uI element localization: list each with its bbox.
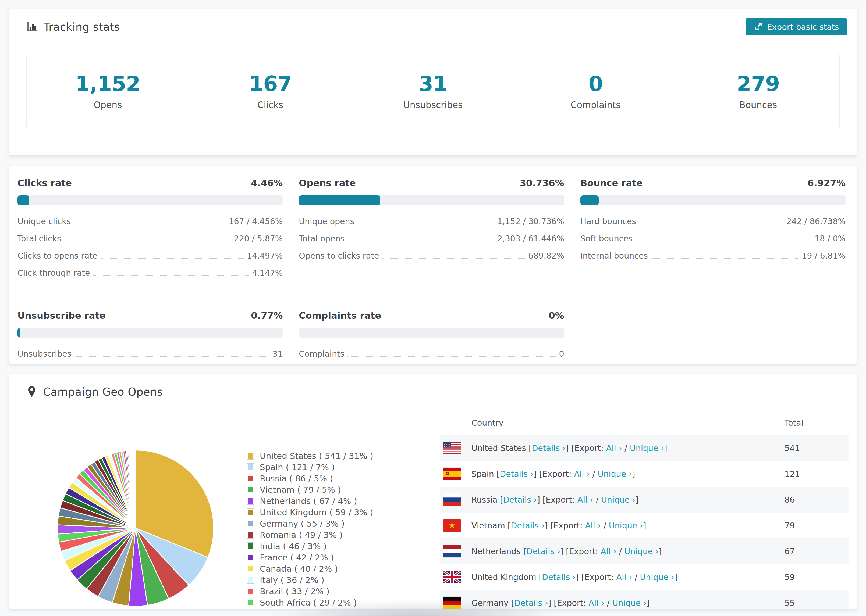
rate-detail-label: Opens to clicks rate xyxy=(299,251,379,261)
geo-opens-header: Campaign Geo Opens xyxy=(9,374,857,410)
export-unique-link[interactable]: Unique › xyxy=(624,547,658,556)
legend-label: Canada ( 40 / 2% ) xyxy=(260,564,338,574)
details-link[interactable]: Details › xyxy=(503,495,537,504)
legend-item[interactable]: Spain ( 121 / 7% ) xyxy=(247,462,373,473)
rate-progress-bar xyxy=(580,195,846,205)
bracket: ] xyxy=(674,572,677,582)
slash: / xyxy=(632,572,640,582)
legend-item[interactable]: United Kingdom ( 59 / 3% ) xyxy=(247,507,373,518)
legend-item[interactable]: Germany ( 55 / 3% ) xyxy=(247,518,373,529)
rate-progress-bar xyxy=(17,328,283,338)
legend-item[interactable]: Russia ( 86 / 5% ) xyxy=(247,473,373,484)
export-all-link[interactable]: All › xyxy=(606,443,622,453)
export-unique-link[interactable]: Unique › xyxy=(612,598,646,608)
rate-detail-row: Clicks to opens rate 14.497% xyxy=(17,251,283,261)
rate-detail-value: 19 / 6.81% xyxy=(802,251,846,261)
export-all-link[interactable]: All › xyxy=(589,598,605,608)
rate-progress-fill xyxy=(580,195,599,205)
rate-progress-bar xyxy=(299,328,564,338)
legend-swatch xyxy=(247,554,254,561)
stat-unsubscribes: 31 Unsubscribes xyxy=(352,54,515,128)
geo-opens-pie-chart[interactable] xyxy=(55,448,216,609)
geo-opens-body: United States ( 541 / 31% ) Spain ( 121 … xyxy=(9,410,857,609)
export-unique-link[interactable]: Unique › xyxy=(640,572,674,582)
legend-item[interactable]: Vietnam ( 79 / 5% ) xyxy=(247,484,373,495)
dashboard-page: Tracking stats Export basic stats 1,152 … xyxy=(0,0,866,616)
legend-item[interactable]: Canada ( 40 / 2% ) xyxy=(247,563,373,574)
legend-item[interactable]: Italy ( 36 / 2% ) xyxy=(247,574,373,586)
rate-progress-bar xyxy=(17,195,283,205)
legend-swatch xyxy=(247,565,254,572)
export-basic-stats-button[interactable]: Export basic stats xyxy=(746,18,847,36)
dotted-leader xyxy=(382,258,525,259)
bracket: [ xyxy=(539,572,542,582)
geo-opens-card: Campaign Geo Opens United States ( 541 /… xyxy=(9,374,857,609)
export-label: Export: xyxy=(585,572,616,582)
legend-swatch xyxy=(247,577,254,583)
rate-title: Bounce rate xyxy=(580,178,643,189)
bracket: [ xyxy=(511,598,514,608)
rate-detail-value: 242 / 86.738% xyxy=(786,217,846,226)
legend-label: Brazil ( 33 / 2% ) xyxy=(260,586,329,596)
details-link[interactable]: Details › xyxy=(542,572,576,582)
rate-detail-label: Hard bounces xyxy=(580,217,636,226)
rate-detail-label: Unique clicks xyxy=(17,217,71,226)
country-name: Germany xyxy=(471,598,511,608)
legend-item[interactable]: Netherlands ( 67 / 4% ) xyxy=(247,495,373,507)
legend-swatch xyxy=(247,486,254,493)
legend-label: Russia ( 86 / 5% ) xyxy=(260,473,333,483)
legend-label: France ( 42 / 2% ) xyxy=(260,553,334,562)
export-unique-link[interactable]: Unique › xyxy=(630,443,664,453)
export-all-link[interactable]: All › xyxy=(616,572,632,582)
legend-item[interactable]: South Africa ( 29 / 2% ) xyxy=(247,597,373,608)
legend-swatch xyxy=(247,498,254,504)
legend-swatch xyxy=(247,543,254,550)
export-all-link[interactable]: All › xyxy=(585,521,601,530)
rate-value: 0% xyxy=(549,310,564,321)
stat-label: Clicks xyxy=(257,100,283,110)
bracket: [ xyxy=(523,547,526,556)
legend-item[interactable]: United States ( 541 / 31% ) xyxy=(247,450,373,462)
details-link[interactable]: Details › xyxy=(532,443,565,453)
rate-progress-bar xyxy=(299,195,564,205)
rate-detail-label: Total clicks xyxy=(17,234,61,243)
rate-detail-row: Unsubscribes 31 xyxy=(17,349,283,359)
stat-complaints: 0 Complaints xyxy=(515,54,677,128)
dotted-leader xyxy=(74,224,225,224)
rate-detail-row: Total clicks 220 / 5.87% xyxy=(17,234,283,244)
export-all-link[interactable]: All › xyxy=(601,547,617,556)
rate-block-complaints-rate: Complaints rate 0% Complaints 0 xyxy=(299,310,564,366)
export-unique-link[interactable]: Unique › xyxy=(598,469,632,479)
rate-detail-value: 220 / 5.87% xyxy=(234,234,283,243)
legend-item[interactable]: India ( 46 / 3% ) xyxy=(247,541,373,552)
total-value: 541 xyxy=(784,443,800,453)
legend-item[interactable]: France ( 42 / 2% ) xyxy=(247,552,373,563)
details-link[interactable]: Details › xyxy=(511,521,545,530)
legend-item[interactable]: Brazil ( 33 / 2% ) xyxy=(247,586,373,597)
rate-value: 0.77% xyxy=(251,310,283,321)
details-link[interactable]: Details › xyxy=(514,598,548,608)
export-all-link[interactable]: All › xyxy=(578,495,593,504)
export-all-link[interactable]: All › xyxy=(574,469,590,479)
legend-swatch xyxy=(247,475,254,482)
country-name: Netherlands xyxy=(471,547,523,556)
export-unique-link[interactable]: Unique › xyxy=(609,521,643,530)
slash: / xyxy=(590,469,598,479)
rate-detail-row: Soft bounces 18 / 0% xyxy=(580,234,846,244)
export-unique-link[interactable]: Unique › xyxy=(601,495,635,504)
rate-detail-label: Total opens xyxy=(299,234,345,243)
stat-label: Opens xyxy=(94,100,122,110)
legend-label: Vietnam ( 79 / 5% ) xyxy=(260,485,341,495)
rate-value: 30.736% xyxy=(520,178,564,189)
stat-value: 167 xyxy=(249,72,292,96)
details-link[interactable]: Details › xyxy=(526,547,560,556)
pie-legend: United States ( 541 / 31% ) Spain ( 121 … xyxy=(247,450,373,608)
details-link[interactable]: Details › xyxy=(500,469,534,479)
flag-icon-gb xyxy=(443,571,461,583)
rate-value: 6.927% xyxy=(808,178,846,189)
legend-item[interactable]: Romania ( 49 / 3% ) xyxy=(247,529,373,541)
stat-value: 0 xyxy=(589,72,603,96)
flag-icon-us xyxy=(443,442,461,454)
rate-block-opens-rate: Opens rate 30.736% Unique opens 1,152 / … xyxy=(299,178,564,285)
dotted-leader xyxy=(639,224,783,224)
